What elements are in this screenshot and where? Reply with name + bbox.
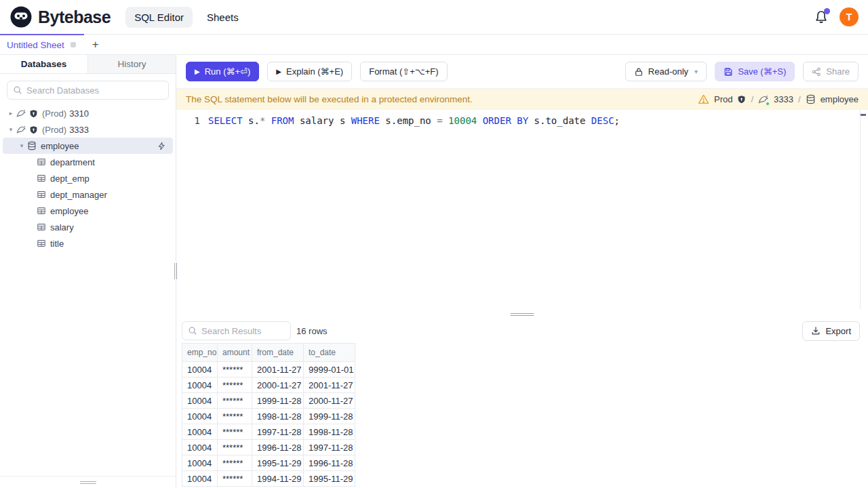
run-button[interactable]: ▶ Run (⌘+⏎) [186, 62, 259, 81]
result-cell[interactable]: 1994-11-29 [252, 471, 304, 487]
sidebar-resize-handle[interactable] [174, 263, 178, 279]
row-count: 16 rows [296, 326, 328, 336]
caret-icon[interactable]: ▾ [5, 126, 16, 133]
column-header-from_date[interactable]: from_date [252, 344, 304, 362]
result-cell[interactable]: 10004 [182, 393, 218, 409]
nav-sheets[interactable]: Sheets [198, 7, 248, 28]
results-search[interactable] [182, 321, 291, 340]
editor-scrollbar-gutter[interactable] [860, 110, 861, 309]
table-icon [37, 174, 46, 183]
table-name: department [50, 157, 95, 167]
top-nav: SQL Editor Sheets [125, 7, 248, 28]
result-cell[interactable]: 1995-11-29 [304, 471, 355, 487]
panel-resize-handle[interactable] [511, 312, 534, 317]
result-cell[interactable]: 10004 [182, 424, 218, 440]
export-button[interactable]: Export [802, 321, 860, 341]
result-cell[interactable]: ****** [218, 424, 252, 440]
result-cell[interactable]: 10004 [182, 378, 218, 393]
column-header-amount[interactable]: amount [218, 344, 252, 362]
result-row[interactable]: 10004******1996-11-281997-11-28 [182, 440, 355, 455]
column-header-emp_no[interactable]: emp_no [182, 344, 218, 362]
search-databases-input[interactable] [26, 85, 163, 96]
caret-icon[interactable]: ▸ [5, 110, 16, 117]
result-cell[interactable]: ****** [218, 393, 252, 409]
result-cell[interactable]: 2001-11-27 [304, 378, 355, 393]
database-label[interactable]: employee [821, 94, 859, 104]
result-cell[interactable]: 10004 [182, 409, 218, 424]
sidebar-bottom-resize-handle[interactable] [80, 480, 96, 485]
database-tree: ▸(Prod)3310▾(Prod)3333▾employeedepartmen… [0, 104, 176, 251]
result-row[interactable]: 10004******1999-11-282000-11-27 [182, 393, 355, 409]
result-cell[interactable]: 1997-11-28 [252, 424, 304, 440]
result-cell[interactable]: 1995-11-29 [252, 455, 304, 471]
result-cell[interactable]: 2001-11-27 [252, 362, 304, 378]
tree-item-table-dept_emp[interactable]: dept_emp [0, 170, 176, 186]
breadcrumb-separator: / [798, 94, 801, 104]
result-cell[interactable]: 2000-11-27 [304, 393, 355, 409]
tree-item-table-department[interactable]: department [0, 154, 176, 170]
tab-databases[interactable]: Databases [0, 55, 88, 73]
result-cell[interactable]: ****** [218, 455, 252, 471]
results-toolbar: 16 rows Export [176, 319, 868, 343]
search-results-input[interactable] [201, 326, 285, 336]
tab-history[interactable]: History [88, 55, 176, 73]
sql-editor[interactable]: 1 SELECT s.* FROM salary s WHERE s.emp_n… [176, 110, 868, 309]
brand-wordmark: Bytebase [38, 7, 111, 27]
result-cell[interactable]: ****** [218, 440, 252, 455]
result-cell[interactable]: 1997-11-28 [304, 440, 355, 455]
tree-item-instance-3310[interactable]: ▸(Prod)3310 [0, 105, 176, 121]
result-cell[interactable]: 10004 [182, 455, 218, 471]
instance-name: 3333 [69, 125, 89, 135]
explain-button[interactable]: ▶ Explain (⌘+E) [267, 62, 352, 81]
readonly-mode-button[interactable]: Read-only ▾ [625, 62, 707, 81]
tree-item-instance-3333[interactable]: ▾(Prod)3333 [0, 121, 176, 138]
result-cell[interactable]: ****** [218, 362, 252, 378]
database-search[interactable] [7, 81, 169, 100]
result-cell[interactable]: 1999-11-28 [252, 393, 304, 409]
tab-untitled-sheet[interactable]: Untitled Sheet [0, 34, 84, 54]
result-row[interactable]: 10004******1994-11-291995-11-29 [182, 471, 355, 487]
code-line[interactable]: 1 SELECT s.* FROM salary s WHERE s.emp_n… [176, 115, 868, 127]
caret-icon[interactable]: ▾ [16, 142, 27, 149]
result-cell[interactable]: ****** [218, 471, 252, 487]
tree-item-table-title[interactable]: title [0, 235, 176, 251]
result-cell[interactable]: 9999-01-01 [304, 362, 355, 378]
tree-item-table-salary[interactable]: salary [0, 219, 176, 235]
result-cell[interactable]: 10004 [182, 471, 218, 487]
result-row[interactable]: 10004******1995-11-291996-11-28 [182, 455, 355, 471]
tree-item-database-employee[interactable]: ▾employee [3, 138, 173, 154]
result-cell[interactable]: ****** [218, 378, 252, 393]
result-cell[interactable]: 1996-11-28 [252, 440, 304, 455]
instance-label[interactable]: 3333 [774, 94, 793, 104]
tree-item-table-dept_manager[interactable]: dept_manager [0, 186, 176, 203]
save-icon [724, 67, 733, 77]
share-button[interactable]: Share [803, 62, 859, 81]
save-button[interactable]: Save (⌘+S) [715, 62, 795, 81]
tree-item-table-employee[interactable]: employee [0, 203, 176, 219]
result-cell[interactable]: 10004 [182, 440, 218, 455]
result-row[interactable]: 10004******1998-11-281999-11-28 [182, 409, 355, 424]
nav-sql-editor[interactable]: SQL Editor [125, 7, 193, 28]
result-cell[interactable]: ****** [218, 409, 252, 424]
bytebase-logo[interactable]: Bytebase [9, 5, 111, 28]
breadcrumb-separator: / [751, 94, 753, 104]
result-cell[interactable]: 10004 [182, 362, 218, 378]
result-row[interactable]: 10004******1997-11-281998-11-28 [182, 424, 355, 440]
result-cell[interactable]: 1999-11-28 [304, 409, 355, 424]
format-button[interactable]: Format (⇧+⌥+F) [360, 62, 447, 81]
result-row[interactable]: 10004******2001-11-279999-01-01 [182, 362, 355, 378]
notifications-button[interactable] [814, 9, 829, 24]
result-cell[interactable]: 2000-11-27 [252, 378, 304, 393]
result-cell[interactable]: 1996-11-28 [304, 455, 355, 471]
result-row[interactable]: 10004******2000-11-272001-11-27 [182, 378, 355, 393]
result-cell[interactable]: 1998-11-28 [252, 409, 304, 424]
bytebase-app: Bytebase SQL Editor Sheets T Untitled Sh… [0, 0, 868, 488]
sql-code[interactable]: SELECT s.* FROM salary s WHERE s.emp_no … [208, 115, 620, 127]
add-sheet-button[interactable]: + [84, 35, 107, 54]
avatar[interactable]: T [840, 7, 859, 26]
zap-icon[interactable] [157, 142, 166, 150]
environment-label[interactable]: Prod [714, 94, 732, 104]
result-cell[interactable]: 1998-11-28 [304, 424, 355, 440]
column-header-to_date[interactable]: to_date [304, 344, 355, 362]
search-icon [13, 85, 22, 95]
